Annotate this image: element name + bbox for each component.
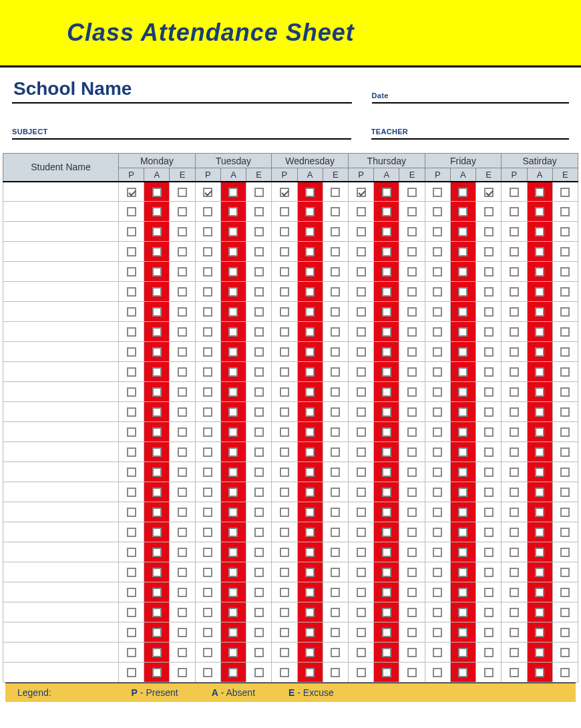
- checkbox[interactable]: [152, 668, 162, 677]
- checkbox[interactable]: [510, 247, 519, 256]
- checkbox[interactable]: [560, 267, 570, 277]
- checkbox[interactable]: [178, 347, 187, 357]
- checkbox[interactable]: [203, 648, 212, 657]
- checkbox[interactable]: [127, 648, 136, 657]
- checkbox[interactable]: [433, 668, 442, 677]
- student-name-cell[interactable]: [3, 663, 119, 683]
- checkbox[interactable]: [510, 267, 519, 277]
- checkbox[interactable]: [407, 287, 417, 297]
- checkbox[interactable]: [458, 628, 467, 637]
- checkbox[interactable]: [433, 247, 442, 256]
- checkbox[interactable]: [305, 207, 315, 216]
- checkbox[interactable]: [560, 608, 570, 617]
- checkbox[interactable]: [357, 227, 366, 236]
- checkbox[interactable]: [560, 447, 570, 457]
- checkbox[interactable]: [280, 588, 289, 597]
- checkbox[interactable]: [510, 307, 519, 317]
- student-name-cell[interactable]: [3, 643, 119, 663]
- checkbox[interactable]: [254, 568, 264, 577]
- checkbox[interactable]: [407, 628, 417, 637]
- checkbox[interactable]: [178, 588, 187, 597]
- checkbox[interactable]: [433, 307, 442, 317]
- checkbox[interactable]: [382, 588, 391, 597]
- checkbox[interactable]: [254, 528, 264, 537]
- checkbox[interactable]: [407, 468, 417, 477]
- checkbox[interactable]: [203, 628, 212, 637]
- checkbox[interactable]: [433, 468, 442, 477]
- checkbox[interactable]: [510, 608, 519, 617]
- checkbox[interactable]: [305, 468, 315, 477]
- checkbox[interactable]: [484, 287, 494, 297]
- checkbox[interactable]: [560, 387, 570, 397]
- checkbox[interactable]: [178, 387, 187, 397]
- checkbox[interactable]: [305, 227, 315, 236]
- checkbox[interactable]: [331, 387, 340, 397]
- checkbox[interactable]: [484, 327, 494, 337]
- checkbox[interactable]: [510, 548, 519, 557]
- checkbox[interactable]: [510, 427, 519, 437]
- checkbox[interactable]: [560, 207, 570, 216]
- checkbox[interactable]: [535, 207, 544, 216]
- checkbox[interactable]: [560, 407, 570, 417]
- checkbox[interactable]: [458, 468, 467, 477]
- checkbox[interactable]: [228, 488, 238, 497]
- checkbox[interactable]: [152, 188, 162, 197]
- checkbox[interactable]: [433, 628, 442, 637]
- checkbox[interactable]: [178, 407, 187, 417]
- checkbox[interactable]: [484, 488, 494, 497]
- checkbox[interactable]: [305, 347, 315, 357]
- checkbox[interactable]: [458, 327, 467, 337]
- checkbox[interactable]: [484, 668, 494, 677]
- checkbox[interactable]: [331, 668, 340, 677]
- student-name-cell[interactable]: [3, 302, 119, 322]
- checkbox[interactable]: [331, 247, 340, 256]
- checkbox[interactable]: [433, 427, 442, 437]
- checkbox[interactable]: [458, 588, 467, 597]
- checkbox[interactable]: [178, 628, 187, 637]
- checkbox[interactable]: [228, 227, 238, 236]
- checkbox[interactable]: [407, 508, 417, 517]
- checkbox[interactable]: [178, 247, 187, 256]
- student-name-cell[interactable]: [3, 322, 119, 342]
- checkbox[interactable]: [407, 387, 417, 397]
- checkbox[interactable]: [228, 267, 238, 277]
- checkbox[interactable]: [178, 648, 187, 657]
- checkbox[interactable]: [280, 307, 289, 317]
- checkbox[interactable]: [178, 447, 187, 457]
- checkbox[interactable]: [433, 347, 442, 357]
- checkbox[interactable]: [203, 588, 212, 597]
- checkbox[interactable]: [484, 207, 494, 216]
- checkbox[interactable]: [254, 588, 264, 597]
- checkbox[interactable]: [254, 548, 264, 557]
- checkbox[interactable]: [152, 207, 162, 216]
- checkbox[interactable]: [228, 407, 238, 417]
- checkbox[interactable]: [357, 247, 366, 256]
- checkbox[interactable]: [228, 207, 238, 216]
- checkbox[interactable]: [203, 668, 212, 677]
- checkbox[interactable]: [510, 588, 519, 597]
- checkbox[interactable]: [535, 367, 544, 377]
- checkbox[interactable]: [560, 468, 570, 477]
- checkbox[interactable]: [228, 447, 238, 457]
- checkbox[interactable]: [407, 568, 417, 577]
- checkbox[interactable]: [382, 447, 391, 457]
- checkbox[interactable]: [510, 327, 519, 337]
- checkbox[interactable]: [305, 508, 315, 517]
- checkbox[interactable]: [560, 247, 570, 256]
- checkbox[interactable]: [484, 508, 494, 517]
- checkbox[interactable]: [127, 407, 136, 417]
- student-name-cell[interactable]: [3, 282, 119, 302]
- checkbox[interactable]: [560, 548, 570, 557]
- checkbox[interactable]: [357, 387, 366, 397]
- checkbox[interactable]: [357, 447, 366, 457]
- checkbox[interactable]: [484, 568, 494, 577]
- checkbox[interactable]: [331, 267, 340, 277]
- checkbox[interactable]: [535, 447, 544, 457]
- checkbox[interactable]: [254, 247, 264, 256]
- checkbox[interactable]: [254, 327, 264, 337]
- checkbox[interactable]: [484, 648, 494, 657]
- checkbox[interactable]: [305, 407, 315, 417]
- checkbox[interactable]: [433, 227, 442, 236]
- checkbox[interactable]: [382, 508, 391, 517]
- checkbox[interactable]: [228, 548, 238, 557]
